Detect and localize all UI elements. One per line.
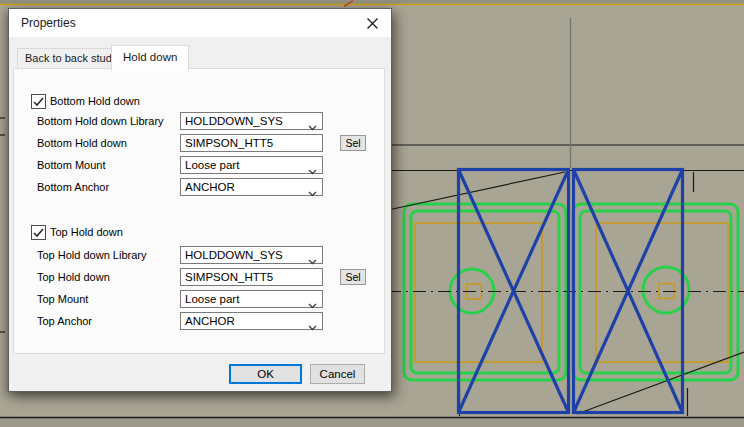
chevron-down-icon <box>308 319 317 335</box>
top-mount-label: Top Mount <box>37 290 88 308</box>
top-mount-select[interactable]: Loose part <box>180 290 323 308</box>
top-hold-down-library-label: Top Hold down Library <box>37 246 146 264</box>
ok-button[interactable]: OK <box>229 364 302 384</box>
top-anchor-label: Top Anchor <box>37 312 92 330</box>
properties-dialog: Properties Back to back studs Hold down … <box>8 8 392 392</box>
bottom-sel-button[interactable]: Sel <box>340 135 366 151</box>
bottom-hold-down-label: Bottom Hold down <box>37 134 127 152</box>
bottom-mount-value: Loose part <box>185 159 239 171</box>
check-icon <box>33 97 44 107</box>
tab-page-hold-down: Bottom Hold down Bottom Hold down Librar… <box>13 68 385 354</box>
top-hold-down-value: SIMPSON_HTT5 <box>185 271 273 283</box>
chevron-down-icon <box>308 163 317 179</box>
close-icon <box>367 18 378 29</box>
cancel-button[interactable]: Cancel <box>310 364 365 384</box>
top-anchor-select[interactable]: ANCHOR <box>180 312 323 330</box>
bottom-anchor-value: ANCHOR <box>185 181 235 193</box>
bottom-hold-down-library-value: HOLDDOWN_SYS <box>185 115 283 127</box>
top-anchor-value: ANCHOR <box>185 315 235 327</box>
canvas-bottom-band <box>0 418 744 427</box>
top-hold-down-label: Top Hold down <box>37 268 110 286</box>
close-button[interactable] <box>361 13 383 33</box>
chevron-down-icon <box>308 119 317 135</box>
bottom-hold-down-input[interactable]: SIMPSON_HTT5 <box>180 134 323 152</box>
bottom-anchor-select[interactable]: ANCHOR <box>180 178 323 196</box>
bottom-hold-down-checkbox-label: Bottom Hold down <box>50 95 140 107</box>
chevron-down-icon <box>308 297 317 313</box>
top-hold-down-checkbox[interactable] <box>31 225 46 240</box>
bottom-mount-label: Bottom Mount <box>37 156 105 174</box>
dialog-titlebar[interactable]: Properties <box>9 9 391 37</box>
top-hold-down-checkbox-label: Top Hold down <box>50 226 123 238</box>
canvas-top-band <box>0 0 744 4</box>
top-sel-button[interactable]: Sel <box>340 269 366 285</box>
chevron-down-icon <box>308 185 317 201</box>
check-icon <box>33 228 44 238</box>
top-mount-value: Loose part <box>185 293 239 305</box>
bottom-hold-down-library-select[interactable]: HOLDDOWN_SYS <box>180 112 323 130</box>
top-hold-down-library-select[interactable]: HOLDDOWN_SYS <box>180 246 323 264</box>
chevron-down-icon <box>308 253 317 269</box>
bottom-hold-down-library-label: Bottom Hold down Library <box>37 112 164 130</box>
bottom-mount-select[interactable]: Loose part <box>180 156 323 174</box>
bottom-anchor-label: Bottom Anchor <box>37 178 109 196</box>
bottom-hold-down-checkbox[interactable] <box>31 94 46 109</box>
bottom-hold-down-value: SIMPSON_HTT5 <box>185 137 273 149</box>
tab-hold-down[interactable]: Hold down <box>111 45 189 71</box>
top-hold-down-library-value: HOLDDOWN_SYS <box>185 249 283 261</box>
tab-back-to-back-studs[interactable]: Back to back studs <box>17 48 125 70</box>
dialog-title: Properties <box>21 9 76 37</box>
top-hold-down-input[interactable]: SIMPSON_HTT5 <box>180 268 323 286</box>
